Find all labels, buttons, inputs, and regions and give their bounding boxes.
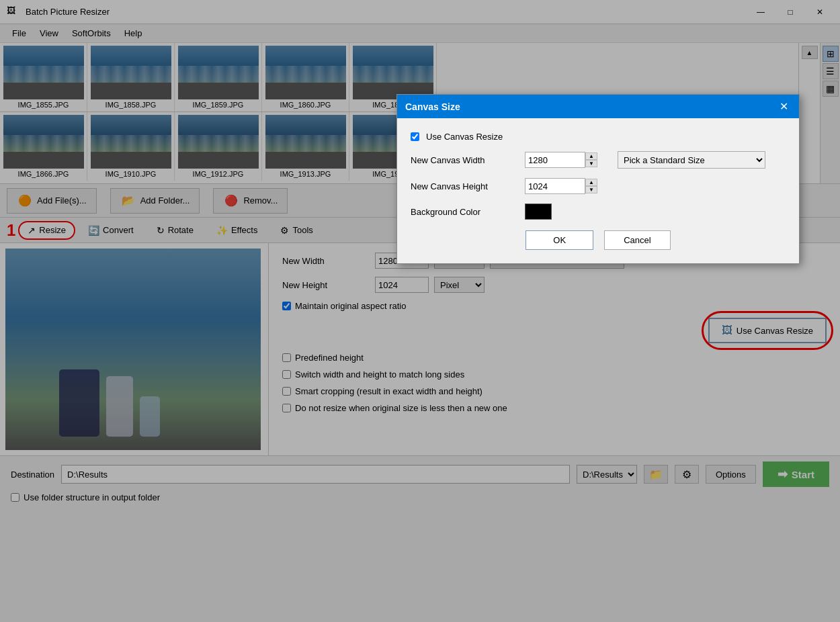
modal-use-canvas-row: Use Canvas Resize — [411, 132, 786, 142]
modal-height-down[interactable]: ▼ — [585, 186, 597, 193]
modal-width-label: New Canvas Width — [411, 155, 518, 165]
modal-body: Use Canvas Resize New Canvas Width ▲ ▼ P… — [397, 118, 799, 263]
modal-ok-button[interactable]: OK — [526, 230, 593, 250]
modal-height-spinner: ▲ ▼ — [585, 179, 597, 193]
modal-overlay: Canvas Size ✕ Use Canvas Resize New Canv… — [0, 0, 840, 622]
modal-title: Canvas Size — [405, 101, 460, 112]
modal-actions: OK Cancel — [411, 230, 786, 250]
modal-close-button[interactable]: ✕ — [777, 100, 791, 113]
modal-bgcolor-label: Background Color — [411, 207, 518, 217]
modal-bgcolor-row: Background Color — [411, 204, 786, 220]
modal-height-input[interactable] — [525, 178, 585, 194]
modal-titlebar: Canvas Size ✕ — [397, 95, 799, 118]
modal-cancel-button[interactable]: Cancel — [604, 230, 670, 250]
modal-height-up[interactable]: ▲ — [585, 179, 597, 186]
modal-bgcolor-swatch[interactable] — [525, 204, 552, 220]
modal-width-row: New Canvas Width ▲ ▼ Pick a Standard Siz… — [411, 151, 786, 169]
modal-width-up[interactable]: ▲ — [585, 152, 597, 160]
modal-width-down[interactable]: ▼ — [585, 160, 597, 167]
modal-height-row: New Canvas Height ▲ ▼ — [411, 178, 786, 194]
modal-use-canvas-checkbox[interactable] — [411, 132, 419, 141]
modal-use-canvas-label: Use Canvas Resize — [426, 132, 503, 142]
modal-width-spinner: ▲ ▼ — [585, 152, 597, 167]
modal-width-input[interactable] — [525, 152, 585, 168]
modal-standard-size-select[interactable]: Pick a Standard Size — [618, 151, 765, 169]
modal-height-label: New Canvas Height — [411, 181, 518, 191]
canvas-size-dialog: Canvas Size ✕ Use Canvas Resize New Canv… — [396, 94, 800, 264]
